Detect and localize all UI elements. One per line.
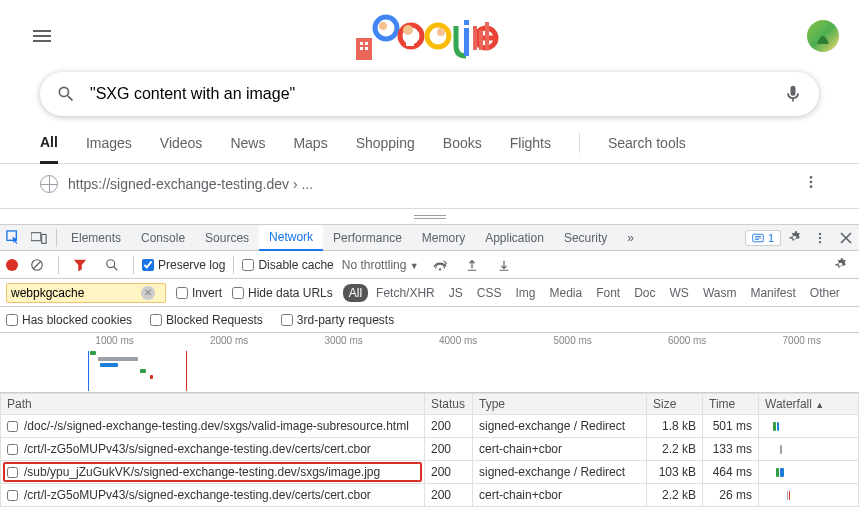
blocked-requests-checkbox[interactable]: Blocked Requests — [150, 313, 263, 327]
network-conditions-icon[interactable] — [427, 252, 453, 278]
microphone-icon[interactable] — [781, 82, 805, 106]
search-tab-images[interactable]: Images — [86, 135, 132, 162]
col-status[interactable]: Status — [425, 394, 473, 415]
svg-rect-1 — [360, 42, 363, 45]
profile-avatar[interactable] — [807, 20, 839, 52]
disable-cache-checkbox[interactable]: Disable cache — [242, 258, 333, 272]
upload-har-icon[interactable] — [459, 252, 485, 278]
issues-badge[interactable]: 1 — [745, 230, 781, 246]
search-tab-news[interactable]: News — [230, 135, 265, 162]
timeline-overview[interactable]: 1000 ms2000 ms3000 ms4000 ms5000 ms6000 … — [0, 333, 859, 393]
col-path[interactable]: Path — [1, 394, 425, 415]
timeline-tick: 1000 ms — [95, 335, 133, 346]
filter-type-doc[interactable]: Doc — [628, 284, 661, 302]
filter-type-js[interactable]: JS — [443, 284, 469, 302]
filter-type-all[interactable]: All — [343, 284, 368, 302]
filter-input[interactable] — [11, 286, 141, 300]
preserve-log-checkbox[interactable]: Preserve log — [142, 258, 225, 272]
row-checkbox[interactable] — [7, 421, 18, 432]
devtools-panel-performance[interactable]: Performance — [323, 225, 412, 251]
filter-type-ws[interactable]: WS — [664, 284, 695, 302]
col-waterfall[interactable]: Waterfall ▲ — [759, 394, 859, 415]
network-row[interactable]: /crt/l-zG5oMUPv43/s/signed-exchange-test… — [1, 484, 859, 507]
search-box — [40, 72, 819, 116]
row-checkbox[interactable] — [7, 467, 18, 478]
throttling-select[interactable]: No throttling ▼ — [340, 258, 421, 272]
filter-type-other[interactable]: Other — [804, 284, 846, 302]
search-tab-books[interactable]: Books — [443, 135, 482, 162]
filter-type-css[interactable]: CSS — [471, 284, 508, 302]
timeline-tick: 7000 ms — [783, 335, 821, 346]
google-doodle[interactable] — [356, 8, 516, 64]
clear-log-icon[interactable] — [24, 252, 50, 278]
search-tab-videos[interactable]: Videos — [160, 135, 203, 162]
search-tab-maps[interactable]: Maps — [293, 135, 327, 162]
more-panels-icon[interactable]: » — [617, 225, 644, 251]
network-row[interactable]: /crt/l-zG5oMUPv43/s/signed-exchange-test… — [1, 438, 859, 461]
blocked-cookies-checkbox[interactable]: Has blocked cookies — [6, 313, 132, 327]
svg-point-26 — [819, 236, 821, 238]
col-time[interactable]: Time — [703, 394, 759, 415]
timeline-tick: 6000 ms — [668, 335, 706, 346]
svg-point-27 — [819, 240, 821, 242]
filter-type-fetch-xhr[interactable]: Fetch/XHR — [370, 284, 441, 302]
network-row[interactable]: /sub/ypu_jZuGukVK/s/signed-exchange-test… — [1, 461, 859, 484]
svg-point-29 — [107, 259, 115, 267]
filter-type-img[interactable]: Img — [509, 284, 541, 302]
device-toolbar-icon[interactable] — [26, 225, 52, 251]
menu-button[interactable] — [20, 14, 64, 58]
request-path: /crt/l-zG5oMUPv43/s/signed-exchange-test… — [24, 442, 371, 456]
search-icon[interactable] — [54, 82, 78, 106]
svg-rect-12 — [464, 28, 469, 56]
row-checkbox[interactable] — [7, 490, 18, 501]
filter-funnel-icon[interactable] — [67, 252, 93, 278]
search-log-icon[interactable] — [99, 252, 125, 278]
search-tools[interactable]: Search tools — [608, 135, 686, 162]
close-devtools-icon[interactable] — [833, 225, 859, 251]
third-party-checkbox[interactable]: 3rd-party requests — [281, 313, 394, 327]
col-size[interactable]: Size — [647, 394, 703, 415]
hide-data-urls-checkbox[interactable]: Hide data URLs — [232, 286, 333, 300]
clear-filter-icon[interactable]: ✕ — [141, 286, 155, 300]
filter-type-wasm[interactable]: Wasm — [697, 284, 743, 302]
col-type[interactable]: Type — [473, 394, 647, 415]
network-row[interactable]: /doc/-/s/signed-exchange-testing.dev/sxg… — [1, 415, 859, 438]
request-path: /sub/ypu_jZuGukVK/s/signed-exchange-test… — [24, 465, 380, 479]
globe-icon — [40, 175, 58, 193]
svg-point-18 — [810, 176, 813, 179]
network-settings-gear-icon[interactable] — [827, 252, 853, 278]
invert-checkbox[interactable]: Invert — [176, 286, 222, 300]
devtools-panel-console[interactable]: Console — [131, 225, 195, 251]
search-tab-shopping[interactable]: Shopping — [356, 135, 415, 162]
more-options-icon[interactable] — [803, 174, 819, 193]
devtools-panel-security[interactable]: Security — [554, 225, 617, 251]
devtools-panel-memory[interactable]: Memory — [412, 225, 475, 251]
devtools-panel-sources[interactable]: Sources — [195, 225, 259, 251]
network-table: Path Status Type Size Time Waterfall ▲ /… — [0, 393, 859, 507]
devtools-panel-elements[interactable]: Elements — [61, 225, 131, 251]
result-url[interactable]: https://signed-exchange-testing.dev › ..… — [68, 176, 313, 192]
svg-rect-15 — [473, 26, 477, 50]
svg-point-19 — [810, 181, 813, 184]
svg-rect-4 — [365, 47, 368, 50]
devtools-panel-network[interactable]: Network — [259, 225, 323, 251]
more-menu-icon[interactable] — [807, 225, 833, 251]
svg-point-6 — [379, 22, 387, 30]
timeline-tick: 4000 ms — [439, 335, 477, 346]
search-tab-flights[interactable]: Flights — [510, 135, 551, 162]
search-input[interactable] — [78, 85, 781, 103]
download-har-icon[interactable] — [491, 252, 517, 278]
search-tab-all[interactable]: All — [40, 134, 58, 164]
settings-gear-icon[interactable] — [781, 225, 807, 251]
row-checkbox[interactable] — [7, 444, 18, 455]
inspect-element-icon[interactable] — [0, 225, 26, 251]
devtools-panel-application[interactable]: Application — [475, 225, 554, 251]
filter-type-manifest[interactable]: Manifest — [744, 284, 801, 302]
filter-type-font[interactable]: Font — [590, 284, 626, 302]
svg-rect-2 — [365, 42, 368, 45]
issues-count: 1 — [768, 232, 774, 244]
devtools-drag-handle[interactable] — [0, 208, 859, 224]
record-button[interactable] — [6, 259, 18, 271]
svg-rect-17 — [485, 22, 489, 50]
filter-type-media[interactable]: Media — [543, 284, 588, 302]
